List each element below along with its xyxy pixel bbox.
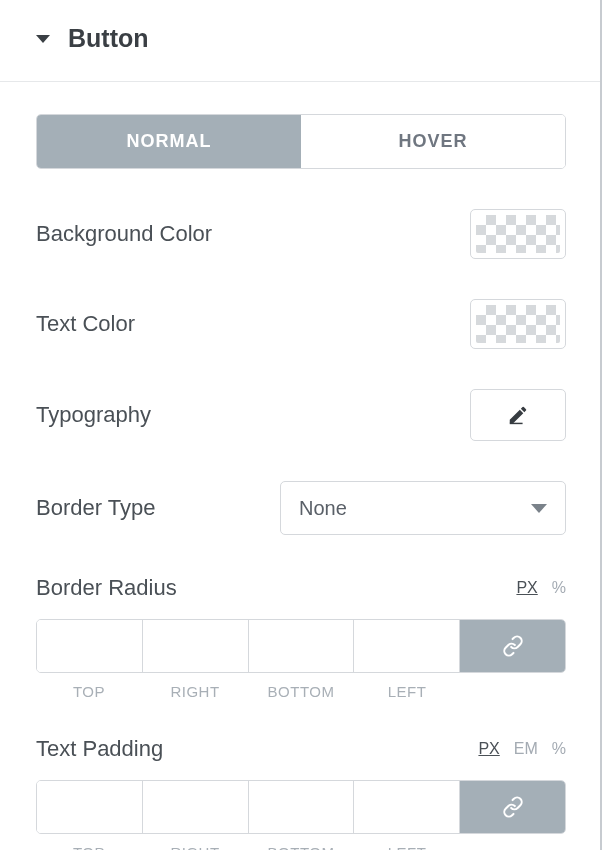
panel-header[interactable]: Button bbox=[0, 0, 602, 82]
unit-px[interactable]: PX bbox=[516, 579, 537, 597]
text-padding-units: PX EM % bbox=[478, 740, 566, 758]
border-radius-bottom-input[interactable] bbox=[249, 620, 354, 672]
tab-normal[interactable]: NORMAL bbox=[37, 115, 301, 168]
text-padding-inputs bbox=[36, 780, 566, 834]
side-label-bottom: BOTTOM bbox=[248, 844, 354, 850]
text-padding-bottom-input[interactable] bbox=[249, 781, 354, 833]
unit-percent[interactable]: % bbox=[552, 579, 566, 597]
text-color-row: Text Color bbox=[36, 299, 566, 349]
background-color-row: Background Color bbox=[36, 209, 566, 259]
border-type-label: Border Type bbox=[36, 495, 155, 521]
border-radius-right-input[interactable] bbox=[143, 620, 248, 672]
text-padding-link-button[interactable] bbox=[460, 781, 565, 833]
side-label-bottom: BOTTOM bbox=[248, 683, 354, 700]
side-label-top: TOP bbox=[36, 683, 142, 700]
svg-rect-0 bbox=[510, 423, 523, 424]
transparent-checker-icon bbox=[476, 215, 560, 253]
side-label-top: TOP bbox=[36, 844, 142, 850]
border-radius-top-input[interactable] bbox=[37, 620, 142, 672]
border-type-value: None bbox=[299, 497, 347, 520]
link-icon bbox=[502, 796, 524, 818]
border-radius-side-labels: TOP RIGHT BOTTOM LEFT bbox=[36, 683, 566, 700]
border-radius-link-button[interactable] bbox=[460, 620, 565, 672]
border-type-row: Border Type None bbox=[36, 481, 566, 535]
panel-body: NORMAL HOVER Background Color Text Color… bbox=[0, 82, 602, 850]
text-padding-group: Text Padding PX EM % TOP RIGHT BOTTOM LE… bbox=[36, 736, 566, 850]
border-radius-inputs bbox=[36, 619, 566, 673]
text-color-swatch[interactable] bbox=[470, 299, 566, 349]
text-padding-label: Text Padding bbox=[36, 736, 163, 762]
chevron-down-icon bbox=[531, 504, 547, 513]
border-radius-label: Border Radius bbox=[36, 575, 177, 601]
text-padding-side-labels: TOP RIGHT BOTTOM LEFT bbox=[36, 844, 566, 850]
border-radius-units: PX % bbox=[516, 579, 566, 597]
side-label-left: LEFT bbox=[354, 683, 460, 700]
link-icon bbox=[502, 635, 524, 657]
caret-down-icon bbox=[36, 35, 50, 43]
typography-label: Typography bbox=[36, 402, 151, 428]
state-tabs: NORMAL HOVER bbox=[36, 114, 566, 169]
unit-em[interactable]: EM bbox=[514, 740, 538, 758]
tab-hover[interactable]: HOVER bbox=[301, 115, 565, 168]
panel-title: Button bbox=[68, 24, 149, 53]
border-radius-group: Border Radius PX % TOP RIGHT BOTTOM LEFT bbox=[36, 575, 566, 700]
unit-percent[interactable]: % bbox=[552, 740, 566, 758]
background-color-swatch[interactable] bbox=[470, 209, 566, 259]
border-radius-header: Border Radius PX % bbox=[36, 575, 566, 601]
side-label-left: LEFT bbox=[354, 844, 460, 850]
text-padding-right-input[interactable] bbox=[143, 781, 248, 833]
text-padding-header: Text Padding PX EM % bbox=[36, 736, 566, 762]
text-padding-top-input[interactable] bbox=[37, 781, 142, 833]
text-color-label: Text Color bbox=[36, 311, 135, 337]
border-type-select[interactable]: None bbox=[280, 481, 566, 535]
transparent-checker-icon bbox=[476, 305, 560, 343]
unit-px[interactable]: PX bbox=[478, 740, 499, 758]
border-radius-left-input[interactable] bbox=[354, 620, 459, 672]
pencil-icon bbox=[507, 404, 529, 426]
text-padding-left-input[interactable] bbox=[354, 781, 459, 833]
background-color-label: Background Color bbox=[36, 221, 212, 247]
side-label-right: RIGHT bbox=[142, 844, 248, 850]
typography-row: Typography bbox=[36, 389, 566, 441]
side-label-right: RIGHT bbox=[142, 683, 248, 700]
typography-edit-button[interactable] bbox=[470, 389, 566, 441]
